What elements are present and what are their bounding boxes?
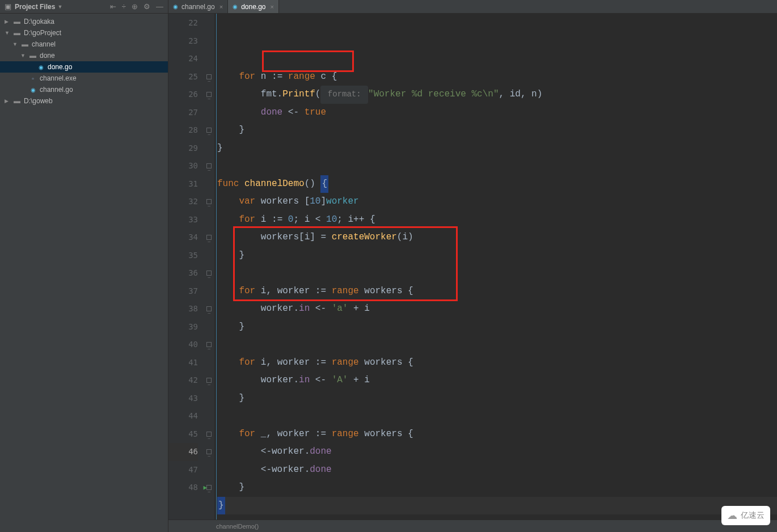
chevron-down-icon[interactable]: ▼ [57, 4, 62, 10]
watermark-text: 亿速云 [741, 510, 765, 521]
close-icon[interactable]: × [271, 3, 274, 10]
fold-cell[interactable] [204, 300, 214, 318]
tree-item-d--goweb[interactable]: ▶▬D:\goweb [0, 95, 168, 107]
fold-start-icon[interactable] [206, 235, 212, 240]
fold-cell[interactable] [204, 264, 214, 282]
fold-end-icon[interactable] [206, 74, 212, 79]
code-line[interactable]: for i, worker := range workers { [217, 354, 777, 372]
fold-end-icon[interactable] [206, 449, 212, 454]
code-line[interactable]: for i := 0; i < 10; i++ { [217, 211, 777, 229]
hide-icon[interactable]: — [156, 2, 163, 11]
fold-end-icon[interactable] [206, 92, 212, 97]
tree-label: D:\goweb [24, 97, 53, 105]
line-number: 40 [168, 336, 198, 354]
code-line[interactable]: for _, worker := range workers { [217, 425, 777, 444]
code-view: 2223242526272829303132333435363738394041… [168, 14, 777, 520]
code-line[interactable]: } [217, 497, 777, 515]
gear-icon[interactable]: ⚙ [143, 2, 150, 11]
folder-icon: ▬ [20, 40, 29, 48]
tree-item-channel-exe[interactable]: ▫channel.exe [0, 73, 168, 84]
code-line[interactable]: for i, worker := range workers { [217, 282, 777, 301]
fold-start-icon[interactable] [206, 485, 212, 490]
code-line[interactable]: } [217, 479, 777, 497]
code-line[interactable]: } [217, 390, 777, 408]
code-line[interactable] [217, 264, 777, 282]
code-line[interactable]: } [217, 121, 777, 140]
tree-item-d--goproject[interactable]: ▼▬D:\goProject [0, 27, 168, 39]
fold-cell [204, 407, 214, 425]
line-number: 45 [168, 425, 198, 444]
tree-item-done[interactable]: ▼▬done [0, 50, 168, 61]
code-line[interactable]: worker.in <- 'a' + i [217, 300, 777, 318]
fold-start-icon[interactable] [206, 378, 212, 383]
code-line[interactable]: fmt.Printf( format: "Worker %d receive %… [217, 86, 777, 104]
fold-cell[interactable] [204, 157, 214, 175]
code-line[interactable]: worker.in <- 'A' + i [217, 371, 777, 390]
code-line[interactable]: func channelDemo() { [217, 175, 777, 193]
folder-icon: ▬ [12, 97, 22, 105]
fold-start-icon[interactable] [206, 128, 212, 133]
code-line[interactable]: } [217, 140, 777, 158]
target-icon[interactable]: ⊕ [132, 2, 138, 11]
tab-done-go[interactable]: ◉done.go× [228, 0, 279, 13]
code-line[interactable] [217, 157, 777, 175]
tree-item-done-go[interactable]: ◉done.go [0, 61, 168, 73]
line-number: 43 [168, 390, 198, 408]
code-editor[interactable]: for n := range c { fmt.Printf( format: "… [215, 14, 777, 520]
folder-icon: ▣ [5, 2, 11, 11]
code-line[interactable]: } [217, 318, 777, 336]
fold-cell [204, 50, 214, 68]
tree-item-d--gokaka[interactable]: ▶▬D:\gokaka [0, 16, 168, 27]
fold-cell[interactable] [204, 425, 214, 444]
expand-icon[interactable]: ÷ [122, 2, 126, 11]
code-line[interactable] [217, 336, 777, 354]
go-file-icon: ◉ [36, 64, 45, 70]
fold-column[interactable] [204, 14, 215, 520]
code-line[interactable]: for n := range c { [217, 68, 777, 86]
breadcrumb-bar[interactable]: channelDemo() [168, 520, 777, 532]
fold-cell[interactable] [204, 68, 214, 86]
code-line[interactable] [217, 514, 777, 520]
code-line[interactable]: <-worker.done [217, 461, 777, 479]
fold-cell[interactable] [204, 229, 214, 247]
fold-start-icon[interactable] [206, 163, 212, 168]
folder-icon: ▬ [12, 29, 22, 37]
fold-end-icon[interactable] [206, 432, 212, 437]
gutter: 2223242526272829303132333435363738394041… [168, 14, 204, 520]
fold-start-icon[interactable] [206, 306, 212, 311]
fold-cell[interactable] [204, 371, 214, 390]
line-number: 35 [168, 247, 198, 265]
fold-end-icon[interactable] [206, 271, 212, 276]
code-line[interactable]: <-worker.done [217, 443, 777, 461]
folder-icon: ▬ [28, 52, 37, 60]
collapse-all-icon[interactable]: ⇤ [110, 2, 116, 11]
go-file-icon: ◉ [233, 3, 238, 10]
line-number: 44 [168, 407, 198, 425]
line-number: 31 [168, 175, 198, 193]
code-line[interactable] [217, 407, 777, 425]
code-line[interactable]: } [217, 247, 777, 265]
fold-cell[interactable] [204, 336, 214, 354]
fold-cell[interactable] [204, 121, 214, 140]
tree-label: channel.go [40, 86, 73, 94]
code-line[interactable]: done <- true [217, 104, 777, 122]
line-number: 34 [168, 229, 198, 247]
tree-label: done.go [48, 63, 72, 71]
tree-item-channel-go[interactable]: ◉channel.go [0, 84, 168, 95]
line-number: 48▶ [168, 479, 198, 497]
code-line[interactable]: workers[i] = createWorker(i) [217, 229, 777, 247]
watermark: ☁ 亿速云 [721, 506, 770, 525]
fold-end-icon[interactable] [206, 199, 212, 204]
fold-end-icon[interactable] [206, 342, 212, 347]
line-number: 27 [168, 104, 198, 122]
close-icon[interactable]: × [219, 3, 223, 10]
tree-label: channel.exe [40, 74, 77, 82]
code-line[interactable]: var workers [10]worker [217, 193, 777, 211]
fold-cell[interactable] [204, 193, 214, 211]
file-tree[interactable]: ▶▬D:\gokaka▼▬D:\goProject▼▬channel▼▬done… [0, 14, 168, 109]
tree-label: D:\goProject [24, 29, 61, 37]
tab-channel-go[interactable]: ◉channel.go× [168, 0, 228, 13]
tree-item-channel[interactable]: ▼▬channel [0, 39, 168, 50]
line-number: 36 [168, 264, 198, 282]
folder-icon: ▬ [12, 18, 22, 26]
